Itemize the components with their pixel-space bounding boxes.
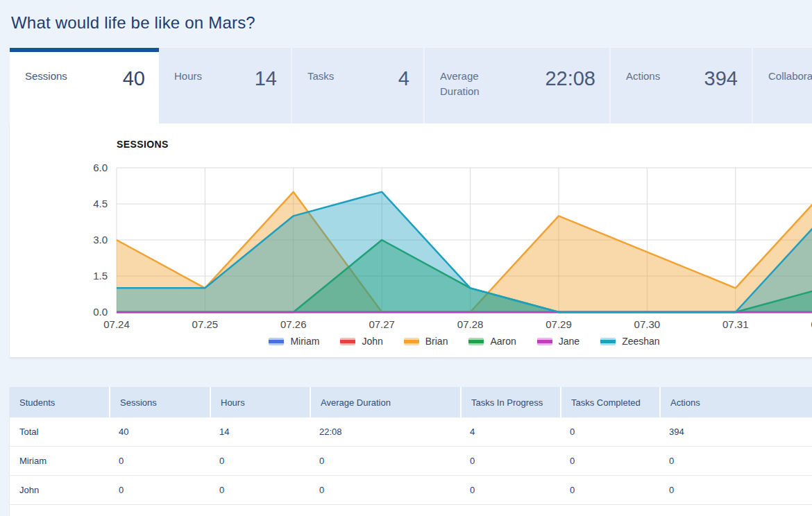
tab-tasks-label: Tasks (307, 69, 334, 84)
column-header: Actions (659, 387, 812, 418)
table-cell: John (10, 476, 109, 504)
table-row: Total401422:0840394 (10, 418, 812, 447)
table-cell: 0 (560, 447, 659, 475)
x-tick-label: 07.26 (266, 318, 321, 331)
tab-hours-label: Hours (174, 69, 202, 84)
table-cell: 0 (460, 447, 560, 475)
tab-tasks[interactable]: Tasks 4 (291, 48, 423, 123)
legend-item-miriam[interactable]: Miriam (269, 336, 319, 347)
table-cell: 7 (210, 505, 310, 516)
tab-actions-label: Actions (626, 69, 660, 84)
table-row: John000000 (10, 476, 812, 505)
table-cell: 0 (460, 476, 560, 504)
stats-tabbar: Sessions 40 Hours 14 Tasks 4 Average Dur… (10, 48, 812, 123)
table-cell: 0 (310, 447, 460, 475)
x-tick-label: 07.25 (177, 318, 232, 331)
tab-hours[interactable]: Hours 14 (159, 48, 291, 123)
tab-tasks-value: 4 (398, 69, 409, 89)
legend-label: John (362, 336, 382, 347)
legend-item-aaron[interactable]: Aaron (468, 336, 516, 347)
x-tick-label: 07.27 (354, 318, 409, 331)
zeeshan-series-swatch (600, 338, 616, 345)
legend-item-zeeshan[interactable]: Zeeshan (600, 336, 659, 347)
table-header-row: StudentsSessionsHoursAverage DurationTas… (10, 387, 812, 418)
tab-actions-value: 394 (704, 69, 738, 89)
column-header: Tasks Completed (560, 387, 659, 418)
table-cell: Brian (10, 505, 109, 516)
chart-title: SESSIONS (117, 139, 169, 150)
table-cell: 0 (310, 476, 460, 504)
legend-item-john[interactable]: John (340, 336, 382, 347)
tab-hours-value: 14 (255, 69, 277, 89)
legend-label: Zeeshan (622, 336, 659, 347)
table-cell: 203 (659, 505, 812, 516)
legend-label: Jane (559, 336, 580, 347)
brian-series-swatch (404, 338, 419, 345)
y-tick-label: 3.0 (10, 233, 108, 247)
column-header: Hours (210, 387, 310, 418)
tab-average-duration[interactable]: Average Duration 22:08 (423, 48, 609, 123)
table-cell: 4 (460, 418, 560, 446)
table-cell: 2 (460, 505, 560, 516)
table-cell: Miriam (10, 447, 109, 475)
table-cell: 0 (560, 505, 659, 516)
table-row: Miriam000000 (10, 447, 812, 476)
table-cell: 0 (109, 476, 210, 504)
x-tick-label: 07.29 (531, 318, 586, 331)
table-cell: 0 (210, 447, 310, 475)
dashboard-screen: What would life be like on Mars? Session… (0, 0, 812, 516)
x-tick-label: 07.28 (443, 318, 498, 331)
table-cell: 18:04 (310, 505, 460, 516)
aaron-series-swatch (468, 338, 484, 345)
table-cell: 0 (659, 447, 812, 475)
table-cell: 21 (109, 505, 210, 516)
students-table: StudentsSessionsHoursAverage DurationTas… (10, 387, 812, 516)
tab-actions[interactable]: Actions 394 (609, 48, 752, 123)
table-cell: 0 (109, 447, 210, 475)
legend-item-brian[interactable]: Brian (404, 336, 448, 347)
chart-legend: Miriam John Brian Aaron Jane Zeeshan (117, 336, 812, 347)
x-tick-label: 07.30 (619, 318, 675, 331)
table-cell: 0 (560, 476, 659, 504)
table-cell: 22:08 (310, 418, 460, 446)
x-tick-label: 07.24 (89, 318, 144, 331)
sessions-chart-card: SESSIONS 6.04.53.01.50.0 07.2407.2507.26… (10, 123, 812, 358)
x-tick-label: 08.01 (796, 318, 812, 331)
legend-label: Miriam (290, 336, 319, 347)
legend-label: Aaron (490, 336, 516, 347)
column-header: Sessions (109, 387, 210, 418)
table-cell: 0 (210, 476, 310, 504)
table-cell: 0 (659, 476, 812, 504)
tab-collaboration[interactable]: Collaboration (752, 48, 812, 123)
y-tick-label: 1.5 (10, 269, 108, 283)
tab-sessions-value: 40 (123, 69, 145, 89)
tab-sessions-label: Sessions (25, 69, 67, 84)
table-cell: 40 (109, 418, 210, 446)
miriam-series-swatch (269, 338, 284, 345)
tab-average-duration-label: Average Duration (440, 69, 507, 99)
jane-series-swatch (537, 338, 552, 345)
column-header: Average Duration (310, 387, 460, 418)
x-tick-label: 07.31 (708, 318, 763, 331)
column-header: Tasks In Progress (460, 387, 560, 418)
y-tick-label: 0.0 (10, 305, 108, 319)
table-row: Brian21718:0420203 (10, 505, 812, 516)
table-cell: Total (10, 418, 109, 446)
table-cell: 394 (659, 418, 812, 446)
tab-collaboration-label: Collaboration (768, 69, 812, 84)
column-header: Students (10, 387, 109, 418)
y-tick-label: 4.5 (10, 197, 108, 211)
table-cell: 14 (210, 418, 310, 446)
legend-item-jane[interactable]: Jane (537, 336, 580, 347)
john-series-swatch (340, 338, 355, 345)
y-tick-label: 6.0 (10, 161, 108, 175)
page-title: What would life be like on Mars? (11, 13, 255, 33)
table-cell: 0 (560, 418, 659, 446)
tab-average-duration-value: 22:08 (545, 69, 595, 89)
tab-sessions[interactable]: Sessions 40 (10, 48, 159, 123)
table-body: Total401422:0840394Miriam000000John00000… (10, 418, 812, 516)
legend-label: Brian (425, 336, 448, 347)
